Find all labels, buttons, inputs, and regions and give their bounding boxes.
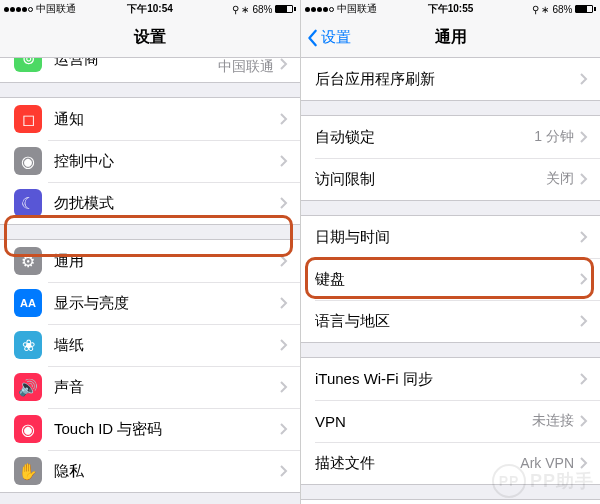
row-privacy[interactable]: ✋ 隐私 — [0, 450, 300, 492]
general-list[interactable]: 后台应用程序刷新 自动锁定 1 分钟 访问限制 关闭 日期与时间 键盘 — [301, 58, 600, 504]
row-wallpaper[interactable]: ❀ 墙纸 — [0, 324, 300, 366]
row-notifications[interactable]: ◻ 通知 — [0, 98, 300, 140]
row-control-center[interactable]: ◉ 控制中心 — [0, 140, 300, 182]
chevron-right-icon — [580, 131, 588, 143]
back-button[interactable]: 设置 — [307, 28, 351, 47]
gear-icon: ⚙ — [14, 247, 42, 275]
row-date-time[interactable]: 日期与时间 — [301, 216, 600, 258]
page-title: 通用 — [435, 27, 467, 48]
row-auto-lock[interactable]: 自动锁定 1 分钟 — [301, 116, 600, 158]
carrier-label: 中国联通 — [337, 2, 377, 16]
chevron-right-icon — [580, 415, 588, 427]
watermark: PP PP助手 — [492, 464, 594, 498]
chevron-right-icon — [280, 155, 288, 167]
nav-bar: 设置 — [0, 18, 300, 58]
chevron-right-icon — [580, 173, 588, 185]
sound-icon: 🔊 — [14, 373, 42, 401]
row-general[interactable]: ⚙ 通用 — [0, 240, 300, 282]
row-sounds[interactable]: 🔊 声音 — [0, 366, 300, 408]
chevron-right-icon — [580, 273, 588, 285]
row-restrictions[interactable]: 访问限制 关闭 — [301, 158, 600, 200]
fingerprint-icon: ◉ — [14, 415, 42, 443]
clock: 下午10:54 — [127, 2, 173, 16]
settings-list[interactable]: ⊚ 运营商 中国联通 ◻ 通知 ◉ 控制中心 ☾ 勿扰模式 — [0, 58, 300, 504]
row-vpn[interactable]: VPN 未连接 — [301, 400, 600, 442]
row-keyboard[interactable]: 键盘 — [301, 258, 600, 300]
chevron-right-icon — [580, 231, 588, 243]
chevron-right-icon — [280, 113, 288, 125]
antenna-icon: ⊚ — [14, 58, 42, 72]
bluetooth-icon: ⚲ ∗ — [232, 4, 250, 15]
row-language-region[interactable]: 语言与地区 — [301, 300, 600, 342]
general-screen: 中国联通 下午10:55 ⚲ ∗ 68% 设置 通用 后台应用程序刷新 自动锁定… — [300, 0, 600, 504]
wallpaper-icon: ❀ — [14, 331, 42, 359]
row-do-not-disturb[interactable]: ☾ 勿扰模式 — [0, 182, 300, 224]
chevron-right-icon — [580, 373, 588, 385]
row-background-app-refresh[interactable]: 后台应用程序刷新 — [301, 58, 600, 100]
battery-percent: 68% — [252, 4, 272, 15]
status-bar: 中国联通 下午10:55 ⚲ ∗ 68% — [301, 0, 600, 18]
chevron-right-icon — [280, 297, 288, 309]
display-icon: AA — [14, 289, 42, 317]
battery-icon — [275, 5, 296, 13]
bluetooth-icon: ⚲ ∗ — [532, 4, 550, 15]
chevron-right-icon — [280, 58, 288, 70]
chevron-left-icon — [307, 29, 319, 47]
page-title: 设置 — [134, 27, 166, 48]
watermark-icon: PP — [492, 464, 526, 498]
battery-percent: 68% — [552, 4, 572, 15]
chevron-right-icon — [280, 339, 288, 351]
chevron-right-icon — [580, 73, 588, 85]
hand-icon: ✋ — [14, 457, 42, 485]
clock: 下午10:55 — [428, 2, 474, 16]
chevron-right-icon — [280, 465, 288, 477]
nav-bar: 设置 通用 — [301, 18, 600, 58]
row-touchid-passcode[interactable]: ◉ Touch ID 与密码 — [0, 408, 300, 450]
chevron-right-icon — [280, 255, 288, 267]
control-center-icon: ◉ — [14, 147, 42, 175]
row-display-brightness[interactable]: AA 显示与亮度 — [0, 282, 300, 324]
chevron-right-icon — [280, 197, 288, 209]
row-carrier[interactable]: ⊚ 运营商 中国联通 — [0, 58, 300, 82]
notification-icon: ◻ — [14, 105, 42, 133]
battery-icon — [575, 5, 596, 13]
carrier-label: 中国联通 — [36, 2, 76, 16]
row-itunes-wifi-sync[interactable]: iTunes Wi-Fi 同步 — [301, 358, 600, 400]
chevron-right-icon — [280, 381, 288, 393]
chevron-right-icon — [580, 315, 588, 327]
status-bar: 中国联通 下午10:54 ⚲ ∗ 68% — [0, 0, 300, 18]
moon-icon: ☾ — [14, 189, 42, 217]
chevron-right-icon — [280, 423, 288, 435]
settings-screen: 中国联通 下午10:54 ⚲ ∗ 68% 设置 ⊚ 运营商 中国联通 ◻ 通知 — [0, 0, 300, 504]
row-reset[interactable]: 还原 — [301, 500, 600, 504]
